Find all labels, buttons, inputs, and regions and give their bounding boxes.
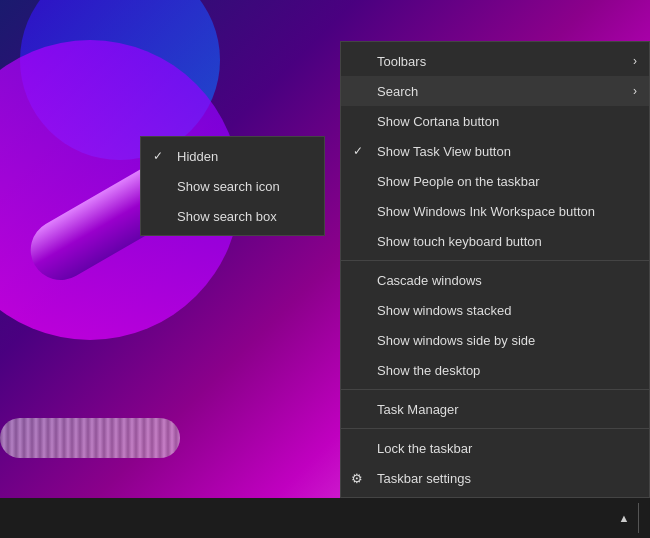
menu-item-show-side-by-side[interactable]: Show windows side by side xyxy=(341,325,649,355)
arrow-icon-toolbars: › xyxy=(633,54,637,68)
menu-label-cascade-windows: Cascade windows xyxy=(377,273,482,288)
menu-item-cascade-windows[interactable]: Cascade windows xyxy=(341,265,649,295)
checkmark-task-view: ✓ xyxy=(353,144,363,158)
menu-item-lock-taskbar[interactable]: Lock the taskbar xyxy=(341,433,649,463)
menu-label-search: Search xyxy=(377,84,418,99)
menu-label-show-side-by-side: Show windows side by side xyxy=(377,333,535,348)
submenu-label-show-search-icon: Show search icon xyxy=(177,179,280,194)
context-menu: Toolbars › Search › Show Cortana button … xyxy=(340,41,650,498)
menu-label-toolbars: Toolbars xyxy=(377,54,426,69)
menu-item-taskbar-settings[interactable]: ⚙ Taskbar settings xyxy=(341,463,649,493)
separator-3 xyxy=(341,428,649,429)
menu-label-show-task-view: Show Task View button xyxy=(377,144,511,159)
menu-item-search[interactable]: Search › xyxy=(341,76,649,106)
menu-item-show-task-view[interactable]: ✓ Show Task View button xyxy=(341,136,649,166)
menu-item-toolbars[interactable]: Toolbars › xyxy=(341,46,649,76)
menu-label-taskbar-settings: Taskbar settings xyxy=(377,471,471,486)
separator-1 xyxy=(341,260,649,261)
menu-label-lock-taskbar: Lock the taskbar xyxy=(377,441,472,456)
taskbar-icons: ▲ xyxy=(616,503,646,533)
submenu-label-show-search-box: Show search box xyxy=(177,209,277,224)
submenu-item-hidden[interactable]: ✓ Hidden xyxy=(141,141,324,171)
search-submenu: ✓ Hidden Show search icon Show search bo… xyxy=(140,136,325,236)
submenu-item-show-search-box[interactable]: Show search box xyxy=(141,201,324,231)
taskbar-notification-icon[interactable]: ▲ xyxy=(616,510,632,526)
menu-item-show-cortana[interactable]: Show Cortana button xyxy=(341,106,649,136)
taskbar-show-desktop-button[interactable] xyxy=(638,503,646,533)
menu-label-show-cortana: Show Cortana button xyxy=(377,114,499,129)
menu-item-show-ink[interactable]: Show Windows Ink Workspace button xyxy=(341,196,649,226)
menu-item-show-stacked[interactable]: Show windows stacked xyxy=(341,295,649,325)
separator-2 xyxy=(341,389,649,390)
menu-label-show-ink: Show Windows Ink Workspace button xyxy=(377,204,595,219)
gear-icon: ⚙ xyxy=(351,471,363,486)
arrow-icon-search: › xyxy=(633,84,637,98)
taskbar: ▲ xyxy=(0,498,650,538)
menu-item-show-touch-keyboard[interactable]: Show touch keyboard button xyxy=(341,226,649,256)
menu-item-task-manager[interactable]: Task Manager xyxy=(341,394,649,424)
menu-label-show-stacked: Show windows stacked xyxy=(377,303,511,318)
menu-label-task-manager: Task Manager xyxy=(377,402,459,417)
checkmark-hidden: ✓ xyxy=(153,149,163,163)
submenu-item-show-search-icon[interactable]: Show search icon xyxy=(141,171,324,201)
menu-label-show-desktop: Show the desktop xyxy=(377,363,480,378)
menu-label-show-people: Show People on the taskbar xyxy=(377,174,540,189)
submenu-label-hidden: Hidden xyxy=(177,149,218,164)
menu-item-show-desktop[interactable]: Show the desktop xyxy=(341,355,649,385)
menu-label-show-touch-keyboard: Show touch keyboard button xyxy=(377,234,542,249)
menu-item-show-people[interactable]: Show People on the taskbar xyxy=(341,166,649,196)
